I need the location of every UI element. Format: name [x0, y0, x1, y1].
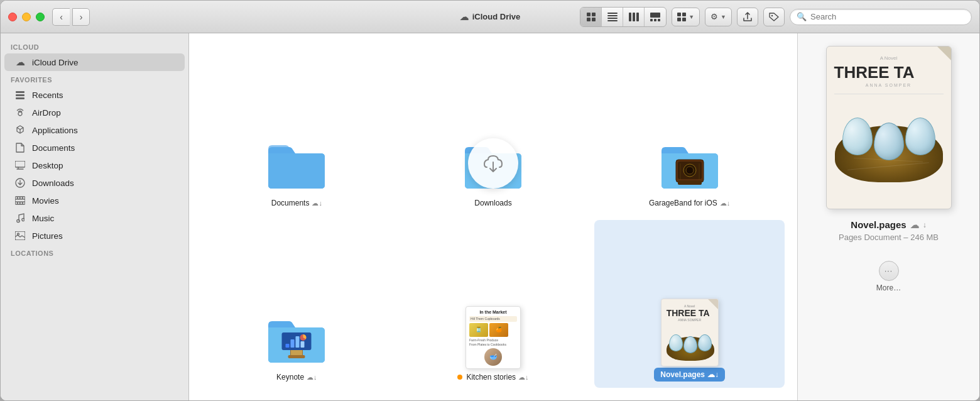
file-item-keynote[interactable]: Keynote ☁↓ — [202, 220, 392, 388]
file-item-downloads[interactable]: Downloads — [398, 46, 589, 214]
sidebar-item-icloud-drive[interactable]: ☁ iCloud Drive — [4, 53, 185, 71]
svg-rect-13 — [654, 19, 656, 21]
airdrop-icon — [14, 107, 26, 118]
columns-icon — [629, 13, 639, 21]
svg-point-23 — [18, 112, 22, 116]
maximize-button[interactable] — [36, 13, 45, 21]
arrange-arrow: ▼ — [689, 14, 694, 20]
action-button[interactable]: ⚙ ▼ — [705, 8, 732, 26]
favorites-section-header: Favorites — [1, 71, 188, 86]
svg-rect-22 — [16, 97, 24, 99]
list-icon — [607, 13, 618, 21]
share-icon — [743, 12, 752, 22]
gallery-view-button[interactable] — [645, 8, 666, 26]
svg-rect-31 — [22, 197, 23, 199]
downloads-folder-icon — [462, 132, 525, 195]
more-icon: ··· — [885, 266, 893, 275]
sidebar-item-applications[interactable]: Applications — [4, 121, 185, 139]
svg-rect-10 — [636, 13, 639, 21]
desktop-icon — [14, 160, 26, 171]
gear-icon: ⚙ — [710, 12, 718, 21]
file-item-kitchen-stories[interactable]: In the Market Hill Them Cupboards 🫙 🍊 Fa… — [398, 220, 589, 388]
documents-icon — [14, 142, 26, 153]
icon-view-button[interactable] — [580, 8, 602, 26]
gear-arrow: ▼ — [721, 14, 726, 20]
svg-rect-18 — [682, 18, 686, 21]
search-input[interactable] — [810, 12, 965, 21]
novel-pages-icon: A Novel THREE TA ANNA SOMPER — [658, 301, 721, 364]
column-view-button[interactable] — [623, 8, 645, 26]
sidebar-item-pictures[interactable]: Pictures — [4, 227, 185, 244]
window-title: iCloud Drive — [472, 12, 521, 21]
svg-point-35 — [17, 219, 19, 222]
file-item-novel[interactable]: A Novel THREE TA ANNA SOMPER — [594, 220, 785, 388]
forward-button[interactable]: › — [72, 8, 90, 26]
svg-rect-29 — [17, 197, 18, 199]
movies-icon — [14, 195, 26, 206]
sidebar-item-recents-label: Recents — [32, 91, 63, 100]
arrange-button[interactable]: ▼ — [672, 8, 700, 26]
more-button[interactable]: ··· More… — [876, 261, 901, 292]
svg-rect-45 — [288, 355, 305, 358]
svg-rect-48 — [291, 339, 295, 348]
applications-icon — [14, 124, 26, 136]
svg-rect-15 — [677, 13, 681, 16]
finder-window: ‹ › ☁ iCloud Drive — [0, 0, 980, 401]
sidebar-item-icloud-drive-label: iCloud Drive — [32, 58, 79, 67]
file-area: Documents ☁↓ — [189, 33, 797, 400]
sidebar-item-pictures-label: Pictures — [32, 231, 63, 241]
novel-cloud-badge-icon: ☁↓ — [707, 370, 719, 379]
svg-rect-49 — [296, 336, 300, 348]
svg-rect-4 — [607, 13, 618, 14]
svg-rect-14 — [658, 19, 660, 21]
sidebar-item-documents[interactable]: Documents — [4, 139, 185, 157]
sidebar-item-desktop[interactable]: Desktop — [4, 157, 185, 174]
tag-button[interactable] — [763, 8, 785, 26]
sidebar-item-downloads[interactable]: Downloads — [4, 174, 185, 192]
svg-point-19 — [771, 14, 773, 16]
minimize-button[interactable] — [22, 13, 31, 21]
garageband-folder-name: GarageBand for iOS ☁↓ — [649, 199, 730, 207]
svg-rect-20 — [16, 91, 24, 93]
downloads-icon — [14, 177, 26, 189]
downloads-folder-name: Downloads — [474, 199, 511, 207]
svg-rect-5 — [607, 15, 618, 16]
keynote-presentation-icon — [280, 330, 314, 361]
documents-folder-name: Documents ☁↓ — [271, 199, 322, 207]
svg-point-42 — [686, 167, 694, 174]
svg-rect-16 — [682, 13, 686, 16]
titlebar: ‹ › ☁ iCloud Drive — [1, 1, 979, 33]
close-button[interactable] — [8, 13, 17, 21]
arrange-icon — [677, 13, 686, 21]
sidebar-item-movies[interactable]: Movies — [4, 192, 185, 209]
kitchen-doc-title: In the Market — [469, 310, 517, 314]
back-button[interactable]: ‹ — [52, 8, 70, 26]
keynote-folder-name: Keynote ☁↓ — [276, 373, 317, 382]
sidebar-item-desktop-label: Desktop — [32, 161, 63, 170]
sidebar-item-airdrop[interactable]: AirDrop — [4, 104, 185, 121]
main-area: iCloud ☁ iCloud Drive Favorites Recents — [1, 33, 979, 400]
sidebar-item-recents[interactable]: Recents — [4, 86, 185, 104]
kitchen-stories-icon: In the Market Hill Them Cupboards 🫙 🍊 Fa… — [462, 306, 525, 369]
sidebar-item-airdrop-label: AirDrop — [32, 108, 61, 118]
file-grid: Documents ☁↓ — [189, 33, 797, 400]
search-bar[interactable]: 🔍 — [790, 9, 972, 25]
preview-dl-icon: ↓ — [923, 221, 927, 229]
svg-rect-2 — [587, 18, 591, 21]
preview-meta: Pages Document – 246 MB — [839, 233, 939, 242]
file-item-garageband[interactable]: GarageBand for iOS ☁↓ — [594, 46, 785, 214]
svg-rect-1 — [592, 13, 596, 16]
svg-rect-50 — [301, 341, 305, 348]
svg-rect-0 — [587, 13, 591, 16]
list-view-button[interactable] — [602, 8, 623, 26]
search-icon: 🔍 — [797, 12, 807, 21]
novel-file-name: Novel.pages ☁↓ — [654, 368, 725, 382]
sidebar-item-music[interactable]: Music — [4, 209, 185, 227]
svg-rect-7 — [607, 20, 618, 21]
sidebar-item-music-label: Music — [32, 214, 54, 223]
sidebar-item-downloads-label: Downloads — [32, 179, 74, 188]
file-item-documents[interactable]: Documents ☁↓ — [202, 46, 392, 214]
keynote-cloud-icon: ☁↓ — [307, 373, 317, 382]
orange-dot — [457, 375, 462, 380]
share-button[interactable] — [737, 8, 758, 26]
